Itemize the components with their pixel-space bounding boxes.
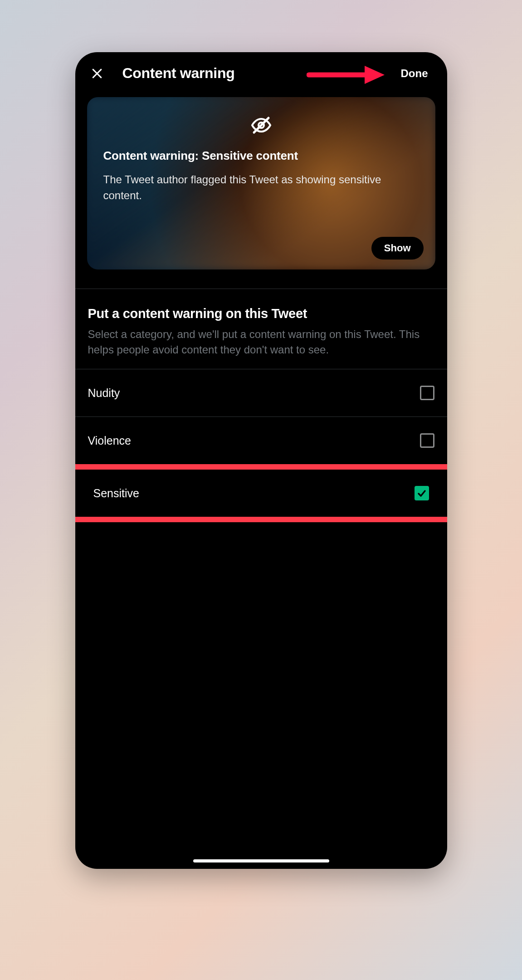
hidden-eye-icon	[103, 114, 419, 136]
option-row-sensitive[interactable]: Sensitive	[75, 470, 447, 517]
checkbox-unchecked[interactable]	[420, 433, 434, 448]
annotation-arrow	[307, 63, 388, 88]
section-description: Select a category, and we'll put a conte…	[88, 327, 434, 357]
home-indicator[interactable]	[193, 859, 329, 862]
page-title: Content warning	[122, 65, 235, 82]
arrow-icon	[307, 63, 388, 87]
annotation-highlight-box: Sensitive	[75, 464, 447, 522]
preview-title: Content warning: Sensitive content	[103, 149, 419, 163]
option-label: Violence	[88, 434, 131, 447]
option-row-nudity[interactable]: Nudity	[75, 369, 447, 416]
option-label: Sensitive	[93, 487, 139, 500]
checkbox-unchecked[interactable]	[420, 386, 434, 400]
preview-description: The Tweet author flagged this Tweet as s…	[103, 172, 419, 204]
checkbox-checked[interactable]	[415, 486, 429, 500]
section-header: Put a content warning on this Tweet Sele…	[75, 289, 447, 369]
done-button[interactable]: Done	[401, 67, 428, 80]
check-icon	[416, 488, 427, 499]
option-label: Nudity	[88, 387, 120, 400]
section-title: Put a content warning on this Tweet	[88, 306, 434, 321]
close-icon	[90, 67, 104, 80]
close-button[interactable]	[89, 65, 105, 82]
phone-screen: Content warning Done Content warning: Se…	[75, 52, 447, 869]
header-bar: Content warning Done	[75, 52, 447, 93]
content-warning-preview-card: Content warning: Sensitive content The T…	[87, 97, 435, 270]
show-button[interactable]: Show	[371, 237, 424, 260]
option-row-violence[interactable]: Violence	[75, 416, 447, 464]
category-options-list: Nudity Violence Sensitive	[75, 369, 447, 522]
